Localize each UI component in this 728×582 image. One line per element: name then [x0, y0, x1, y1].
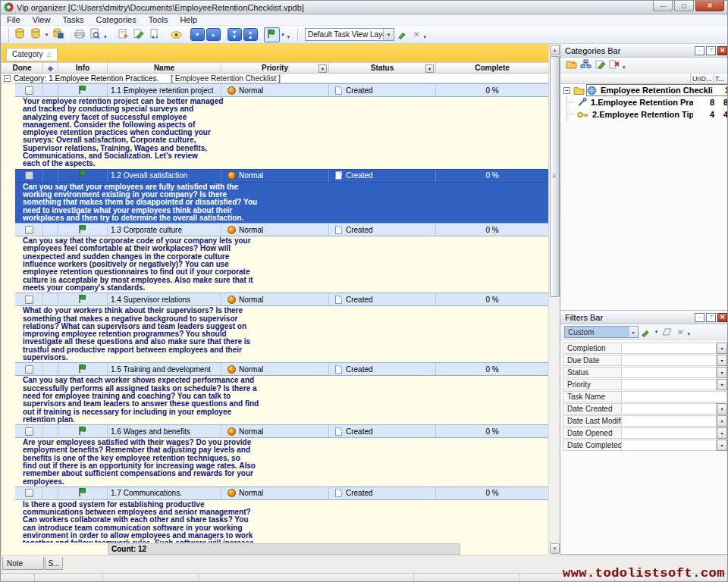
print-preview-button[interactable]: [87, 27, 103, 42]
panel-pin-icon[interactable]: ⊤: [706, 46, 716, 55]
filter-value-input[interactable]: [622, 415, 717, 427]
task-description[interactable]: What do your workers think about their s…: [15, 306, 548, 362]
menu-item-tasks[interactable]: Tasks: [56, 14, 89, 26]
status-filter-button[interactable]: [425, 64, 434, 73]
edit-task-button[interactable]: [131, 27, 147, 42]
dropdown-icon[interactable]: [43, 32, 50, 38]
filter-dropdown-button[interactable]: [717, 415, 727, 427]
column-header-complete[interactable]: Complete: [436, 63, 548, 73]
task-description[interactable]: Can you say that each worker shows expec…: [15, 376, 548, 424]
filter-value-input[interactable]: [622, 367, 717, 378]
task-row[interactable]: 1.4 Supervisor relationsNormalCreated0 %: [15, 293, 548, 306]
task-description[interactable]: Your employee retention project can be b…: [15, 97, 548, 169]
menu-item-file[interactable]: File: [1, 14, 27, 26]
task-name-cell[interactable]: 1.6 Wages and benefits: [108, 425, 221, 437]
move-bottom-button[interactable]: [227, 27, 243, 42]
filter-dropdown-button[interactable]: [717, 379, 727, 390]
task-description[interactable]: Can you say that the corporate code of y…: [15, 236, 548, 293]
task-checkbox[interactable]: [25, 171, 33, 180]
new-task-button[interactable]: [115, 27, 131, 42]
maximize-button[interactable]: ▢: [674, 1, 694, 11]
print-button[interactable]: [71, 27, 87, 42]
column-header-name[interactable]: Name: [108, 63, 221, 73]
panel-restore-icon[interactable]: ▫: [695, 313, 704, 322]
undone-column-header[interactable]: UnD...: [690, 74, 713, 84]
task-row[interactable]: 1.7 Communications.NormalCreated0 %: [15, 487, 548, 500]
open-database-button[interactable]: [27, 27, 43, 42]
task-name-cell[interactable]: 1.3 Corporate culture: [108, 224, 221, 236]
panel-close-icon[interactable]: [717, 313, 727, 322]
priority-filter-button[interactable]: [318, 64, 327, 73]
close-button[interactable]: ✕: [695, 1, 724, 11]
new-subcategory-button[interactable]: [579, 58, 593, 72]
toolbar-overflow-icon[interactable]: [287, 34, 290, 40]
task-checkbox[interactable]: [25, 226, 33, 234]
new-database-button[interactable]: [11, 27, 27, 42]
highlight-flag-button[interactable]: [264, 27, 280, 42]
task-checkbox[interactable]: [25, 489, 33, 497]
collapse-icon[interactable]: [563, 87, 570, 94]
tab-note[interactable]: Note: [2, 557, 44, 570]
filter-dropdown-button[interactable]: [717, 367, 727, 378]
move-up-button[interactable]: [206, 27, 221, 42]
task-description[interactable]: Is there a good system for establishing …: [15, 500, 548, 543]
clear-filter-button[interactable]: [660, 325, 674, 339]
menu-item-view[interactable]: View: [27, 14, 57, 26]
scroll-up-button[interactable]: [550, 45, 560, 55]
column-header-priority[interactable]: Priority: [221, 63, 329, 73]
task-checkbox[interactable]: [25, 296, 33, 304]
menu-item-categories[interactable]: Categories: [90, 14, 143, 26]
column-header-attachment[interactable]: [43, 63, 58, 73]
vertical-scrollbar[interactable]: [548, 44, 560, 555]
scrollbar-thumb[interactable]: [550, 56, 560, 297]
scroll-down-button[interactable]: [550, 543, 560, 554]
filter-dropdown-button[interactable]: [717, 355, 727, 366]
edit-category-button[interactable]: [593, 58, 607, 72]
menu-item-help[interactable]: Help: [174, 14, 203, 26]
filter-value-input[interactable]: [622, 440, 717, 451]
menu-item-tools[interactable]: Tools: [143, 14, 174, 26]
task-description[interactable]: Are your employees satisfied with their …: [15, 438, 548, 487]
filter-dropdown-button[interactable]: [717, 343, 727, 354]
save-filter-dropdown-icon[interactable]: [653, 329, 660, 335]
task-checkbox[interactable]: [25, 427, 33, 436]
panel-restore-icon[interactable]: ▫: [695, 46, 704, 55]
save-database-button[interactable]: [50, 27, 66, 42]
task-row[interactable]: 1.2 Overall satisfactionNormalCreated0 %: [15, 169, 548, 183]
panel-pin-icon[interactable]: ⊤: [706, 313, 716, 322]
filter-value-input[interactable]: [622, 391, 727, 402]
category-tree-item[interactable]: Employee Retention Checkli1212: [560, 84, 728, 96]
filter-dropdown-button[interactable]: [717, 427, 727, 439]
delete-category-button[interactable]: [607, 58, 622, 72]
new-category-button[interactable]: [564, 58, 579, 72]
view-button[interactable]: [168, 27, 184, 42]
filter-value-input[interactable]: [622, 427, 717, 439]
dropdown-icon[interactable]: [280, 32, 287, 38]
toolbar-overflow-icon[interactable]: [623, 64, 626, 70]
total-column-header[interactable]: T...: [713, 74, 728, 84]
toolbar-overflow-icon[interactable]: [423, 34, 426, 40]
filter-dropdown-button[interactable]: [717, 440, 727, 451]
collapse-icon[interactable]: [4, 75, 11, 82]
delete-task-button[interactable]: [147, 27, 163, 42]
task-name-cell[interactable]: 1.1 Employee retention project: [108, 84, 221, 96]
filter-value-input[interactable]: [622, 355, 717, 366]
move-down-button[interactable]: [190, 27, 206, 42]
task-name-cell[interactable]: 1.7 Communications.: [108, 487, 221, 499]
column-header-info[interactable]: Info: [58, 63, 108, 73]
task-row[interactable]: 1.6 Wages and benefitsNormalCreated0 %: [15, 424, 548, 438]
filter-dropdown-button[interactable]: [717, 403, 727, 415]
filter-value-input[interactable]: [622, 403, 717, 415]
task-name-cell[interactable]: 1.4 Supervisor relations: [108, 293, 221, 305]
task-checkbox[interactable]: [25, 365, 33, 374]
toolbar-overflow-icon[interactable]: [104, 34, 107, 40]
task-checkbox[interactable]: [25, 86, 33, 95]
filter-value-input[interactable]: [622, 379, 717, 390]
panel-close-icon[interactable]: [717, 46, 727, 55]
delete-filter-button[interactable]: [674, 328, 686, 336]
save-filter-button[interactable]: [639, 325, 653, 339]
move-top-button[interactable]: [243, 27, 259, 42]
task-name-cell[interactable]: 1.5 Training and development: [108, 363, 221, 375]
column-header-status[interactable]: Status: [329, 63, 436, 73]
minimize-button[interactable]: —: [653, 1, 673, 11]
